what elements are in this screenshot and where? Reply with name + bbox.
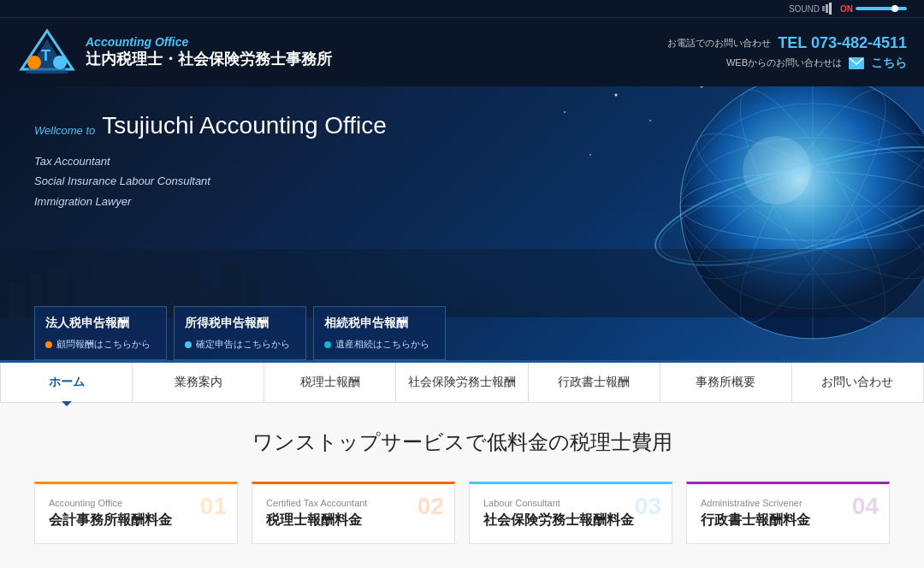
svg-rect-32 xyxy=(9,283,26,317)
svg-point-26 xyxy=(615,94,618,97)
card-ja-3: 社会保険労務士報酬料金 xyxy=(483,512,658,530)
top-bar: SOUND ON xyxy=(0,0,924,18)
svg-point-6 xyxy=(27,56,41,69)
service-box-2-title: 所得税申告報酬 xyxy=(185,316,295,331)
volume-slider[interactable] xyxy=(856,7,907,10)
web-link[interactable]: こちら xyxy=(871,56,907,71)
web-contact-line: WEBからのお問い合わせは こちら xyxy=(667,56,907,71)
card-number-1: 01 xyxy=(200,493,227,520)
service-box-3-title: 相続税申告報酬 xyxy=(324,316,435,331)
dot-blue-2 xyxy=(185,341,192,348)
service-boxes: 法人税申告報酬 顧問報酬はこちらから 所得税申告報酬 確定申告はこちらから 相続… xyxy=(34,306,446,360)
service-box-income[interactable]: 所得税申告報酬 確定申告はこちらから xyxy=(174,306,306,360)
card-ja-2: 税理士報酬料金 xyxy=(266,512,441,530)
globe-svg xyxy=(548,86,924,360)
subtitle-1: Tax Accountant xyxy=(34,151,387,171)
nav-item-admin-fee[interactable]: 行政書士報酬 xyxy=(529,363,660,402)
dot-orange-1 xyxy=(45,341,52,348)
mail-icon xyxy=(849,57,864,69)
card-number-2: 02 xyxy=(418,493,444,520)
header-contact: お電話でのお問い合わせ TEL 073-482-4511 WEBからのお問い合わ… xyxy=(667,34,907,71)
nav-item-about[interactable]: 事務所概要 xyxy=(660,363,792,402)
main-content: ワンストップサービスで低料金の税理士費用 01 Accounting Offic… xyxy=(0,403,924,568)
sound-label: SOUND xyxy=(789,4,820,14)
sound-icon xyxy=(822,3,838,15)
logo-text: Accounting Office 辻内税理士・社会保険労務士事務所 xyxy=(86,35,332,69)
service-box-3-link[interactable]: 遺産相続はこちらから xyxy=(324,338,435,351)
nav-item-home[interactable]: ホーム xyxy=(0,363,133,402)
phone-number: TEL 073-482-4511 xyxy=(778,34,907,52)
nav-item-social-insurance[interactable]: 社会保険労務士報酬 xyxy=(396,363,528,402)
svg-rect-0 xyxy=(822,6,825,11)
nav-item-tax-fee[interactable]: 税理士報酬 xyxy=(264,363,396,402)
logo-ja-text: 辻内税理士・社会保険労務士事務所 xyxy=(86,49,332,69)
svg-point-30 xyxy=(564,111,566,113)
dot-cyan-3 xyxy=(324,341,331,348)
service-box-2-link[interactable]: 確定申告はこちらから xyxy=(185,338,295,351)
service-cards: 01 Accounting Office 会計事務所報酬料金 02 Certif… xyxy=(34,482,890,544)
service-card-3[interactable]: 03 Labour Consultant 社会保険労務士報酬料金 xyxy=(469,482,672,544)
svg-point-27 xyxy=(649,120,651,121)
subtitle-3: Immigration Lawyer xyxy=(34,192,387,211)
logo-icon: T xyxy=(17,27,77,78)
section-title: ワンストップサービスで低料金の税理士費用 xyxy=(34,429,890,456)
phone-label: お電話でのお問い合わせ xyxy=(667,37,771,50)
svg-text:T: T xyxy=(41,47,50,64)
logo-en-text: Accounting Office xyxy=(86,35,332,49)
sound-controls[interactable]: SOUND ON xyxy=(789,3,907,15)
svg-point-25 xyxy=(743,136,811,204)
service-box-inheritance[interactable]: 相続税申告報酬 遺産相続はこちらから xyxy=(313,306,446,360)
svg-rect-1 xyxy=(826,4,828,13)
nav-item-contact[interactable]: お問い合わせ xyxy=(792,363,924,402)
card-en-3: Labour Consultant xyxy=(483,498,658,508)
service-card-1[interactable]: 01 Accounting Office 会計事務所報酬料金 xyxy=(34,482,238,544)
service-box-1-link[interactable]: 顧問報酬はこちらから xyxy=(45,338,156,351)
card-number-4: 04 xyxy=(852,493,879,520)
service-card-2[interactable]: 02 Certified Tax Accountant 税理士報酬料金 xyxy=(252,482,455,544)
service-box-1-title: 法人税申告報酬 xyxy=(45,316,156,331)
svg-point-28 xyxy=(589,154,591,156)
globe-visual xyxy=(548,86,924,360)
phone-line: お電話でのお問い合わせ TEL 073-482-4511 xyxy=(667,34,907,52)
card-ja-4: 行政書士報酬料金 xyxy=(701,512,875,530)
svg-point-7 xyxy=(53,56,67,69)
subtitle-2: Social Insurance Labour Consultant xyxy=(34,171,387,191)
card-en-4: Administrative Scrivener xyxy=(701,498,875,508)
service-card-4[interactable]: 04 Administrative Scrivener 行政書士報酬料金 xyxy=(686,482,890,544)
logo-area: T Accounting Office 辻内税理士・社会保険労務士事務所 xyxy=(17,27,332,78)
service-box-corporate[interactable]: 法人税申告報酬 顧問報酬はこちらから xyxy=(34,306,167,360)
card-en-2: Certified Tax Accountant xyxy=(266,498,441,508)
header: T Accounting Office 辻内税理士・社会保険労務士事務所 お電話… xyxy=(0,18,924,86)
svg-rect-2 xyxy=(829,3,832,15)
hero-text: Wellcome to Tsujiuchi Accounting Office … xyxy=(34,112,387,211)
web-label: WEBからのお問い合わせは xyxy=(726,56,842,69)
main-nav: ホーム 業務案内 税理士報酬 社会保険労務士報酬 行政書士報酬 事務所概要 お問… xyxy=(0,360,924,403)
hero-welcome: Wellcome to Tsujiuchi Accounting Office xyxy=(34,112,387,148)
card-en-1: Accounting Office xyxy=(49,498,223,508)
hero-section: Wellcome to Tsujiuchi Accounting Office … xyxy=(0,86,924,360)
card-number-3: 03 xyxy=(635,493,661,520)
nav-item-services[interactable]: 業務案内 xyxy=(133,363,264,402)
on-label: ON xyxy=(840,4,853,14)
card-ja-1: 会計事務所報酬料金 xyxy=(49,512,223,530)
